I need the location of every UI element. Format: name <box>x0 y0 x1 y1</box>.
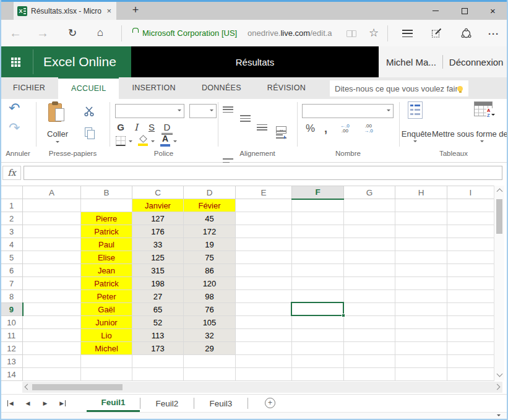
comma-style-button[interactable]: , <box>324 122 327 135</box>
cell-F5[interactable] <box>292 251 344 264</box>
cell-E13[interactable] <box>236 355 292 368</box>
cell-G7[interactable] <box>344 277 395 290</box>
cell-E8[interactable] <box>236 290 292 303</box>
new-tab-button[interactable]: + <box>121 2 150 20</box>
cell-D10[interactable]: 105 <box>184 316 236 329</box>
cell-C6[interactable]: 315 <box>132 264 184 277</box>
cell-C5[interactable]: 125 <box>132 251 184 264</box>
bold-button[interactable]: G <box>115 121 126 134</box>
minimize-button[interactable] <box>421 2 449 20</box>
vertical-scrollbar[interactable] <box>494 186 504 380</box>
active-cell-selection[interactable] <box>291 302 344 316</box>
fx-button[interactable]: fx <box>2 166 21 180</box>
cell-A6[interactable] <box>23 264 81 277</box>
row-header-5[interactable]: 5 <box>1 251 23 264</box>
ribbon-tab-revision[interactable]: RÉVISION <box>254 77 319 99</box>
cell-A9[interactable] <box>23 303 81 316</box>
cell-H7[interactable] <box>395 277 447 290</box>
cell-H9[interactable] <box>395 303 447 316</box>
cell-D3[interactable]: 172 <box>184 225 236 238</box>
cell-H12[interactable] <box>395 342 447 355</box>
column-header-D[interactable]: D <box>184 186 236 199</box>
cell-F4[interactable] <box>292 238 344 251</box>
row-header-7[interactable]: 7 <box>1 277 23 290</box>
cell-C4[interactable]: 33 <box>132 238 184 251</box>
ribbon-tab-accueil[interactable]: ACCUEIL <box>58 77 119 99</box>
number-format-dropdown[interactable] <box>302 104 394 118</box>
cell-B2[interactable]: Pierre <box>81 212 132 225</box>
row-header-2[interactable]: 2 <box>1 212 23 225</box>
cell-F12[interactable] <box>292 342 344 355</box>
cell-B1[interactable] <box>81 199 132 212</box>
cell-I3[interactable] <box>447 225 494 238</box>
cell-D9[interactable]: 76 <box>184 303 236 316</box>
tab-close-icon[interactable]: × <box>105 6 113 15</box>
align-top-button[interactable] <box>223 106 233 114</box>
sheet-tab-feuil3[interactable]: Feuil3 <box>194 395 248 412</box>
cell-E7[interactable] <box>236 277 292 290</box>
cell-F2[interactable] <box>292 212 344 225</box>
survey-button[interactable] <box>408 101 423 119</box>
cell-G3[interactable] <box>344 225 395 238</box>
sign-out-link[interactable]: Déconnexion <box>449 57 504 67</box>
cell-B12[interactable]: Michel <box>81 342 132 355</box>
more-actions-button[interactable]: ··· <box>484 25 504 42</box>
cell-D5[interactable]: 75 <box>184 251 236 264</box>
cell-E11[interactable] <box>236 329 292 342</box>
cell-C2[interactable]: 127 <box>132 212 184 225</box>
first-sheet-button[interactable]: ◀ <box>2 395 19 412</box>
cell-G4[interactable] <box>344 238 395 251</box>
column-header-B[interactable]: B <box>81 186 132 199</box>
column-header-G[interactable]: G <box>344 186 395 199</box>
cell-E10[interactable] <box>236 316 292 329</box>
cell-E2[interactable] <box>236 212 292 225</box>
cell-E1[interactable] <box>236 199 292 212</box>
select-all-corner[interactable] <box>1 186 23 199</box>
cell-H4[interactable] <box>395 238 447 251</box>
cell-I4[interactable] <box>447 238 494 251</box>
add-sheet-button[interactable]: + <box>265 398 275 408</box>
cell-C13[interactable] <box>132 355 184 368</box>
cell-I7[interactable] <box>447 277 494 290</box>
cell-B11[interactable]: Lio <box>81 329 132 342</box>
cell-G1[interactable] <box>344 199 395 212</box>
cell-D12[interactable]: 29 <box>184 342 236 355</box>
cell-C3[interactable]: 176 <box>132 225 184 238</box>
cell-A7[interactable] <box>23 277 81 290</box>
cell-C12[interactable]: 173 <box>132 342 184 355</box>
sheet-tab-feuil2[interactable]: Feuil2 <box>140 395 194 412</box>
scroll-right-icon[interactable] <box>494 384 501 390</box>
cell-A4[interactable] <box>23 238 81 251</box>
borders-button[interactable] <box>116 136 126 146</box>
web-note-button[interactable] <box>427 25 447 42</box>
cell-F6[interactable] <box>292 264 344 277</box>
cell-G2[interactable] <box>344 212 395 225</box>
cell-C9[interactable]: 65 <box>132 303 184 316</box>
cell-H8[interactable] <box>395 290 447 303</box>
fill-color-caret[interactable] <box>151 140 155 144</box>
merge-center-button[interactable]: ↔ <box>276 126 286 134</box>
font-name-dropdown[interactable] <box>115 104 184 118</box>
font-color-button[interactable]: A <box>160 134 170 147</box>
increase-decimal-button[interactable]: .00→.0 <box>364 124 373 134</box>
cell-D1[interactable]: Févier <box>184 199 236 212</box>
cell-I6[interactable] <box>447 264 494 277</box>
cell-D14[interactable] <box>184 368 236 381</box>
cell-G5[interactable] <box>344 251 395 264</box>
cell-A5[interactable] <box>23 251 81 264</box>
cell-H6[interactable] <box>395 264 447 277</box>
cell-A10[interactable] <box>23 316 81 329</box>
survey-label[interactable]: Enquête <box>396 129 437 139</box>
cell-G6[interactable] <box>344 264 395 277</box>
cell-A14[interactable] <box>23 368 81 381</box>
scroll-up-icon[interactable] <box>497 189 503 195</box>
column-header-F[interactable]: F <box>292 186 344 199</box>
column-header-H[interactable]: H <box>395 186 447 199</box>
cell-D8[interactable]: 98 <box>184 290 236 303</box>
cell-H2[interactable] <box>395 212 447 225</box>
cell-G8[interactable] <box>344 290 395 303</box>
cell-C1[interactable]: Janvier <box>132 199 184 212</box>
cell-F1[interactable] <box>292 199 344 212</box>
font-color-caret[interactable] <box>173 140 177 144</box>
app-name[interactable]: Excel Online <box>43 54 116 69</box>
